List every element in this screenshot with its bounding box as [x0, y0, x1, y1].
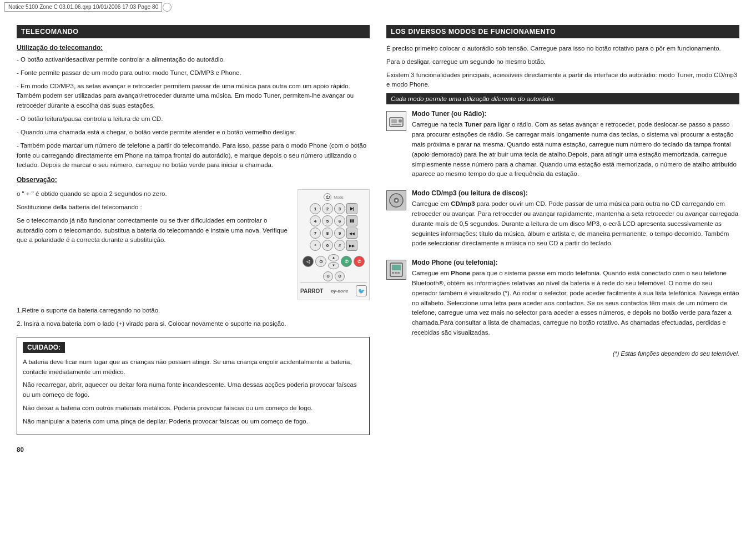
cada-modo-bar: Cada modo permite uma utilização diferen… — [386, 93, 739, 104]
step2: 2. Insira a nova bateria com o lado (+) … — [17, 319, 370, 329]
page-header: Notice 5100 Zone C 03.01.06.qxp 10/01/20… — [4, 2, 162, 12]
mode-phone: Modo Phone (ou telefonia): Carregue em P… — [386, 259, 739, 341]
svg-rect-8 — [392, 265, 401, 270]
observacao-text: o " + " é obtido quando se apoia 2 segun… — [17, 189, 292, 300]
btn-8: 8 — [322, 228, 333, 239]
btn-4: 4 — [310, 215, 321, 226]
tuner-icon — [386, 111, 406, 131]
page: Notice 5100 Zone C 03.01.06.qxp 10/01/20… — [0, 0, 756, 544]
svg-point-6 — [396, 200, 397, 201]
power-circle: ⏻ — [324, 193, 331, 201]
remote-control-image: ⏻ Mode 1 2 3 ▶| 4 5 6 ▮▮ 7 8 9 — [298, 189, 370, 300]
btn-5: 5 — [322, 215, 333, 226]
mode-label: Mode — [334, 195, 344, 199]
cd-content: Modo CD/mp3 (ou leitura de discos): Carr… — [412, 189, 739, 252]
utilizacao-p2: - Fonte permite passar de um modo para o… — [17, 68, 370, 78]
btn-3: 3 — [334, 203, 345, 214]
remote-top: ⏻ Mode — [324, 193, 344, 201]
phone-title: Modo Phone (ou telefonia): — [412, 259, 739, 266]
cuidado-p4: Não manipular a bateria com uma pinça de… — [23, 417, 364, 427]
btn-nav-center: ⊙ — [315, 256, 326, 267]
btn-2: 2 — [322, 203, 333, 214]
btn-1: 1 — [310, 203, 321, 214]
btn-nav-left: ◁ — [303, 256, 314, 267]
btn-fwd: ▶▶ — [346, 240, 357, 251]
arrow-btns: ▲ ▼ — [328, 254, 339, 269]
btn-hash: # — [334, 240, 345, 251]
cd-text: Carregue em CD/mp3 para poder ouvir um C… — [412, 199, 739, 249]
model-name: by-bone — [331, 289, 348, 294]
cuidado-p2: Não recarregar, abrir, aquecer ou deitar… — [23, 380, 364, 400]
remote-brand: PARROT by-bone 🐦 — [300, 282, 367, 296]
right-column: LOS DIVERSOS MODOS DE FUNCIONAMENTO É pr… — [386, 25, 739, 453]
cuidado-block: CUIDADO: A bateria deve ficar num lugar … — [17, 337, 370, 435]
observacao-p2: Sostituzione della batteria del telecoma… — [17, 203, 292, 213]
header-text: Notice 5100 Zone C 03.01.06.qxp 10/01/20… — [8, 4, 158, 10]
utilizacao-p5: - Quando uma chamada está a chegar, o bo… — [17, 128, 370, 138]
page-number: 80 — [17, 446, 370, 453]
svg-rect-11 — [397, 272, 400, 274]
mode-cd: Modo CD/mp3 (ou leitura de discos): Carr… — [386, 189, 739, 252]
left-column: TELECOMANDO Utilização do telecomando: -… — [17, 25, 370, 453]
btn-rew: ◀◀ — [346, 228, 357, 239]
phone-icon — [386, 260, 406, 280]
btn-end: ✆ — [354, 256, 365, 267]
btn-0: 0 — [322, 240, 333, 251]
mode-tuner: Modo Tuner (ou Rádio): Carregue na tecla… — [386, 110, 739, 183]
utilizacao-title: Utilização do telecomando: — [17, 44, 370, 52]
btn-9: 9 — [334, 228, 345, 239]
btn-circle-2: ⊙ — [335, 271, 345, 281]
svg-rect-1 — [391, 119, 397, 123]
right-section-title: LOS DIVERSOS MODOS DE FUNCIONAMENTO — [386, 25, 739, 38]
tuner-text: Carregue na tecla Tuner para ligar o rád… — [412, 120, 739, 179]
brand-name: PARROT — [300, 288, 323, 294]
observacao-title: Observação: — [17, 176, 370, 184]
btn-star: * — [310, 240, 321, 251]
btn-next: ▶| — [346, 203, 357, 214]
remote-nav-bottom: ⊙ ⊙ — [323, 271, 345, 281]
btn-call: ✆ — [341, 256, 352, 267]
right-intro-p3: Existem 3 funcionalidades principais, ac… — [386, 70, 739, 90]
cuidado-title: CUIDADO: — [23, 342, 65, 353]
right-intro-p2: Para o desligar, carregue um segundo no … — [386, 57, 739, 67]
cd-title: Modo CD/mp3 (ou leitura de discos): — [412, 189, 739, 197]
telecomando-section-title: TELECOMANDO — [17, 25, 370, 38]
tuner-content: Modo Tuner (ou Rádio): Carregue na tecla… — [412, 110, 739, 183]
btn-circle-1: ⊙ — [323, 271, 333, 281]
remote-grid: 1 2 3 ▶| 4 5 6 ▮▮ 7 8 9 ◀◀ * 0 # — [310, 203, 357, 251]
svg-rect-10 — [395, 272, 397, 274]
btn-6: 6 — [334, 215, 345, 226]
footnote: (*) Estas funções dependem do seu telemó… — [386, 350, 739, 357]
cuidado-p1: A bateria deve ficar num lugar que as cr… — [23, 357, 364, 377]
btn-up: ▲ — [328, 254, 339, 261]
phone-text: Carregue em Phone para que o sistema pas… — [412, 269, 739, 338]
utilizacao-p3: - Em modo CD/MP3, as setas avançar e ret… — [17, 82, 370, 111]
tuner-svg — [389, 113, 404, 129]
page-content: TELECOMANDO Utilização do telecomando: -… — [0, 14, 756, 464]
cuidado-p3: Não deixar a bateria com outros materiai… — [23, 403, 364, 413]
cd-icon — [386, 190, 406, 210]
observacao-p3: Se o telecomando já não funcionar correc… — [17, 216, 292, 245]
right-intro-p1: É preciso primeiro colocar o autorádio s… — [386, 44, 739, 54]
svg-rect-3 — [391, 124, 401, 125]
cd-svg — [389, 193, 404, 208]
tuner-title: Modo Tuner (ou Rádio): — [412, 110, 739, 118]
utilizacao-p4: - O botão leitura/pausa controla a leitu… — [17, 114, 370, 124]
observacao-p1: o " + " é obtido quando se apoia 2 segun… — [17, 189, 292, 199]
utilizacao-p1: - O botão activar/desactivar permite con… — [17, 55, 370, 65]
svg-point-2 — [399, 119, 402, 123]
btn-pause: ▮▮ — [346, 215, 357, 226]
svg-rect-9 — [392, 272, 394, 274]
step1: 1.Retire o suporte da bateria carregando… — [17, 306, 370, 316]
brand-icon: 🐦 — [356, 285, 367, 296]
btn-7: 7 — [310, 228, 321, 239]
btn-down: ▼ — [328, 262, 339, 269]
phone-svg — [389, 262, 404, 278]
remote-bottom-row: ◁ ⊙ ▲ ▼ ✆ ✆ — [303, 254, 365, 269]
utilizacao-p6: - Também pode marcar um número de telefo… — [17, 141, 370, 170]
observacao-block: o " + " é obtido quando se apoia 2 segun… — [17, 189, 370, 300]
phone-content: Modo Phone (ou telefonia): Carregue em P… — [412, 259, 739, 341]
